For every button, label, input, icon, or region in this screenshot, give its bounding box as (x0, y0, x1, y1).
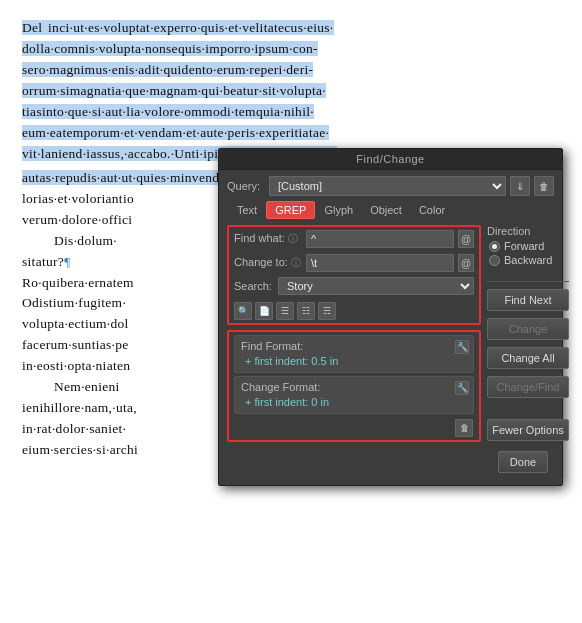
search-label: Search: (234, 280, 274, 292)
radio-forward-row[interactable]: Forward (487, 240, 569, 252)
change-to-help-icon[interactable]: ⓘ (291, 257, 301, 268)
query-select[interactable]: [Custom] (269, 176, 506, 196)
find-format-section: Find Format: + first indent: 0.5 in 🔧 (234, 335, 474, 373)
radio-backward-row[interactable]: Backward (487, 254, 569, 266)
find-what-at-btn[interactable]: @ (458, 230, 474, 248)
find-format-title: Find Format: (241, 340, 467, 352)
query-save-icon[interactable]: ⇓ (510, 176, 530, 196)
toolbar-icon-4[interactable]: ☷ (297, 302, 315, 320)
fewer-options-button[interactable]: Fewer Options (487, 419, 569, 441)
done-button[interactable]: Done (498, 451, 548, 473)
change-format-section: Change Format: + first indent: 0 in 🔧 (234, 376, 474, 414)
tab-glyph[interactable]: Glyph (316, 202, 361, 218)
tab-grep[interactable]: GREP (266, 201, 315, 219)
find-what-row: Find what: ⓘ @ (229, 227, 479, 251)
change-to-row: Change to: ⓘ @ (229, 251, 479, 275)
done-row: Done (227, 447, 554, 477)
find-what-help-icon[interactable]: ⓘ (288, 233, 298, 244)
change-format-clear-btn[interactable]: 🔧 (455, 381, 469, 395)
change-format-title: Change Format: (241, 381, 467, 393)
query-row: Query: [Custom] ⇓ 🗑 (227, 176, 554, 196)
change-button[interactable]: Change (487, 318, 569, 340)
toolbar-icon-2[interactable]: 📄 (255, 302, 273, 320)
find-what-label: Find what: ⓘ (234, 232, 302, 246)
left-panel: Find what: ⓘ @ Change to: ⓘ @ (227, 225, 481, 447)
dialog-title: Find/Change (219, 149, 562, 170)
find-change-dialog: Find/Change Query: [Custom] ⇓ 🗑 Text GRE… (218, 148, 563, 486)
find-format-clear-btn[interactable]: 🔧 (455, 340, 469, 354)
delete-format-icon[interactable]: 🗑 (455, 419, 473, 437)
toolbar-icon-3[interactable]: ☰ (276, 302, 294, 320)
main-content: Find what: ⓘ @ Change to: ⓘ @ (227, 225, 554, 447)
find-next-button[interactable]: Find Next (487, 289, 569, 311)
toolbar-icon-1[interactable]: 🔍 (234, 302, 252, 320)
radio-backward[interactable] (489, 255, 500, 266)
query-label: Query: (227, 180, 265, 192)
radio-forward-label: Forward (504, 240, 544, 252)
change-all-button[interactable]: Change All (487, 347, 569, 369)
find-what-input[interactable] (306, 230, 454, 248)
query-delete-icon[interactable]: 🗑 (534, 176, 554, 196)
change-to-at-btn[interactable]: @ (458, 254, 474, 272)
tab-text[interactable]: Text (229, 202, 265, 218)
tabs-row: Text GREP Glyph Object Color (227, 201, 554, 219)
tab-object[interactable]: Object (362, 202, 410, 218)
radio-forward[interactable] (489, 241, 500, 252)
right-panel: Direction Forward Backward Find Next Cha… (487, 225, 569, 447)
change-to-input[interactable] (306, 254, 454, 272)
format-box: Find Format: + first indent: 0.5 in 🔧 Ch… (227, 330, 481, 442)
find-change-box: Find what: ⓘ @ Change to: ⓘ @ (227, 225, 481, 325)
direction-label: Direction (487, 225, 569, 237)
tab-color[interactable]: Color (411, 202, 453, 218)
change-format-value: + first indent: 0 in (241, 396, 467, 408)
toolbar-icons: 🔍 📄 ☰ ☷ ☴ (229, 299, 479, 323)
change-find-button[interactable]: Change/Find (487, 376, 569, 398)
search-select[interactable]: Story (278, 277, 474, 295)
radio-backward-label: Backward (504, 254, 552, 266)
find-format-value: + first indent: 0.5 in (241, 355, 467, 367)
direction-group: Direction Forward Backward (487, 225, 569, 268)
search-row: Search: Story (229, 275, 479, 299)
change-to-label: Change to: ⓘ (234, 256, 302, 270)
toolbar-icon-5[interactable]: ☴ (318, 302, 336, 320)
